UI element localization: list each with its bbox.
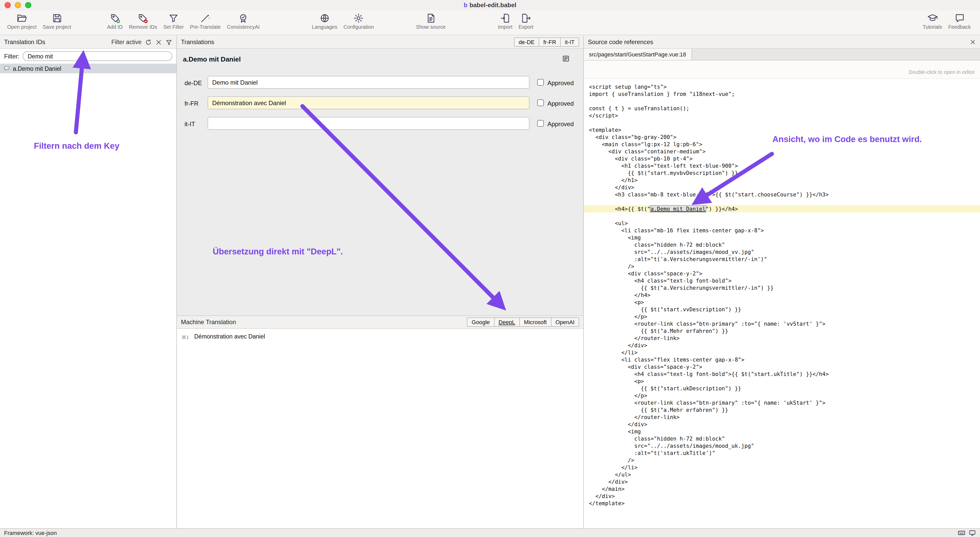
filter-funnel-icon[interactable] <box>165 39 172 45</box>
language-tabs: de-DE fr-FR it-IT <box>515 37 579 47</box>
toolbar: Open project Save project Add ID Remove … <box>0 10 980 35</box>
export-icon <box>520 13 531 24</box>
import-button[interactable]: Import <box>495 12 515 31</box>
source-document-icon <box>425 13 436 24</box>
provider-google-button[interactable]: Google <box>467 317 494 327</box>
status-bar: Framework: vue-json <box>0 528 980 537</box>
filter-row: Filter: <box>0 49 176 64</box>
translation-row-fr: fr-FR Approved <box>177 96 583 110</box>
translation-id-list-item[interactable]: a.Demo mit Daniel <box>0 64 176 73</box>
globe-icon <box>319 13 330 24</box>
toolbar-label: Feedback <box>948 24 971 30</box>
window-title: b babel-edit.babel <box>464 2 516 9</box>
tab-fr-FR[interactable]: fr-FR <box>539 37 561 47</box>
configuration-button[interactable]: Configuration <box>340 12 377 31</box>
close-window-button[interactable] <box>5 2 11 8</box>
approved-checkbox-it[interactable] <box>537 120 544 127</box>
code-area[interactable]: <script setup lang="ts">import { useTran… <box>584 79 980 528</box>
filter-label: Filter: <box>4 53 19 60</box>
machine-translation-text: Démonstration avec Daniel <box>194 333 265 339</box>
window-controls <box>5 2 31 8</box>
pre-translate-button[interactable]: Pre-Translate <box>187 12 224 31</box>
remove-ids-button[interactable]: Remove IDs <box>126 12 160 31</box>
machine-translation-body: ⌘1 Démonstration avec Daniel <box>177 329 583 528</box>
toolbar-label: Remove IDs <box>129 24 157 30</box>
translation-input-it[interactable] <box>208 117 530 130</box>
approved-checkbox-fr[interactable] <box>537 99 544 106</box>
approved-label: Approved <box>547 121 574 128</box>
tutorials-button[interactable]: Tutorials <box>920 12 945 31</box>
entry-id-title: a.Demo mit Daniel <box>183 56 241 63</box>
filter-input[interactable] <box>22 51 172 61</box>
set-filter-button[interactable]: Set Filter <box>160 12 187 31</box>
language-label: it-IT <box>185 121 195 128</box>
toolbar-label: ConsistencyAI <box>227 24 259 30</box>
source-tab-bar: src/pages/start/GuestStartPage.vue:18 <box>584 49 980 61</box>
close-panel-icon[interactable] <box>970 39 976 45</box>
zoom-window-button[interactable] <box>25 2 31 8</box>
refresh-filter-icon[interactable] <box>145 39 152 45</box>
approved-label: Approved <box>547 100 574 107</box>
entry-comment-icon[interactable] <box>562 55 570 62</box>
clear-filter-icon[interactable] <box>155 39 162 45</box>
language-label: de-DE <box>185 80 202 87</box>
window-title-text: babel-edit.babel <box>469 2 516 9</box>
funnel-icon <box>168 13 179 24</box>
source-references-header: Source code references <box>584 36 980 49</box>
toolbar-label: Add ID <box>107 24 123 30</box>
speech-bubble-icon <box>954 13 965 24</box>
provider-microsoft-button[interactable]: Microsoft <box>519 317 551 327</box>
translation-input-de[interactable] <box>208 76 530 89</box>
filter-active-label: Filter active <box>111 39 142 45</box>
translation-input-fr[interactable] <box>208 96 530 109</box>
comment-bubble-icon <box>3 65 10 72</box>
open-project-button[interactable]: Open project <box>4 12 40 31</box>
folder-open-icon <box>16 13 27 24</box>
minimize-window-button[interactable] <box>15 2 21 8</box>
translation-row-de: de-DE Approved <box>177 76 583 89</box>
provider-openai-button[interactable]: OpenAI <box>551 317 579 327</box>
approved-checkbox-de[interactable] <box>537 79 544 86</box>
keyboard-icon[interactable] <box>958 529 965 537</box>
provider-deepl-button[interactable]: DeepL <box>494 317 520 327</box>
tab-it-IT[interactable]: it-IT <box>560 37 579 47</box>
award-badge-icon <box>238 13 248 24</box>
magic-wand-icon <box>200 13 211 24</box>
framework-status: Framework: vue-json <box>4 530 57 536</box>
feedback-button[interactable]: Feedback <box>945 12 974 31</box>
shortcut-badge: ⌘1 <box>181 335 189 340</box>
tag-plus-icon <box>110 13 120 24</box>
export-button[interactable]: Export <box>515 12 537 31</box>
approved-label: Approved <box>547 80 574 87</box>
tag-minus-icon <box>138 13 148 24</box>
panel-title: Source code references <box>588 38 653 46</box>
toolbar-label: Export <box>519 24 534 30</box>
toolbar-label: Set Filter <box>163 24 184 30</box>
source-file-tab[interactable]: src/pages/start/GuestStartPage.vue:18 <box>584 49 692 60</box>
machine-translation-header: Machine Translation Google DeepL Microso… <box>177 316 583 329</box>
editor-hint: Double-click to open in editor <box>909 69 975 75</box>
app-window: b babel-edit.babel Open project Save pro… <box>0 0 980 537</box>
gear-icon <box>353 13 364 24</box>
import-icon <box>500 13 511 24</box>
consistency-ai-button[interactable]: ConsistencyAI <box>224 12 262 31</box>
machine-translation-result[interactable]: ⌘1 Démonstration avec Daniel <box>177 333 583 342</box>
toolbar-label: Tutorials <box>923 24 942 30</box>
source-references-panel: Source code references src/pages/start/G… <box>584 36 980 528</box>
languages-button[interactable]: Languages <box>309 12 340 31</box>
translations-header: Translations de-DE fr-FR it-IT <box>177 36 583 49</box>
save-project-button[interactable]: Save project <box>40 12 74 31</box>
save-icon <box>51 13 62 24</box>
show-source-button[interactable]: Show source <box>413 12 449 31</box>
toolbar-label: Open project <box>7 24 37 30</box>
panel-title: Translation IDs <box>4 38 45 46</box>
add-id-button[interactable]: Add ID <box>104 12 126 31</box>
app-icon: b <box>464 2 468 9</box>
translations-body: a.Demo mit Daniel de-DE Approved fr-FR A… <box>177 49 583 316</box>
display-icon[interactable] <box>969 529 976 537</box>
translation-id-label: a.Demo mit Daniel <box>13 65 61 72</box>
translation-id-list: a.Demo mit Daniel <box>0 64 176 528</box>
toolbar-label: Languages <box>312 24 337 30</box>
tab-de-DE[interactable]: de-DE <box>514 37 539 47</box>
panel-title: Machine Translation <box>181 319 236 326</box>
